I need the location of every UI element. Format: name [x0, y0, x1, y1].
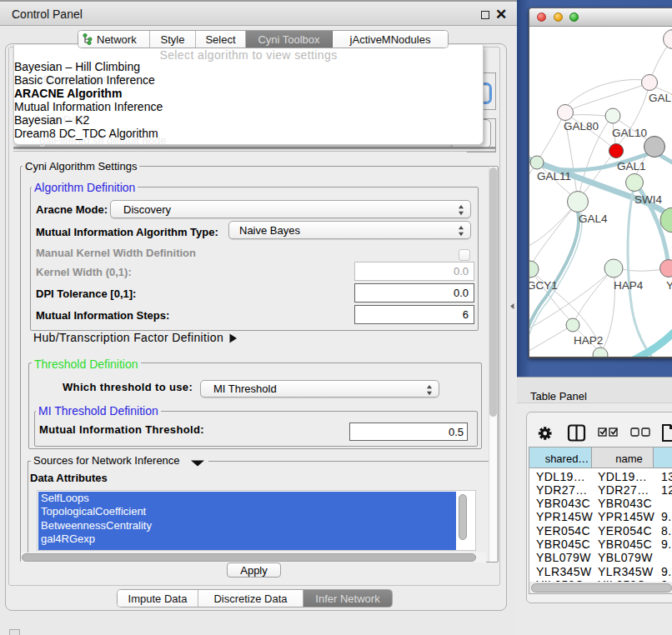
svg-text:HAP4: HAP4: [614, 279, 644, 292]
svg-text:GAL4: GAL4: [579, 212, 608, 225]
svg-text:GCY1: GCY1: [529, 279, 558, 292]
svg-text:GAL10: GAL10: [612, 127, 647, 139]
svg-text:GAL80: GAL80: [564, 120, 599, 132]
svg-text:GAL11: GAL11: [537, 170, 571, 182]
svg-text:Y: Y: [666, 279, 672, 292]
svg-text:GAL1: GAL1: [617, 160, 646, 172]
svg-text:GAL7: GAL7: [649, 92, 672, 104]
svg-text:SWI4: SWI4: [634, 193, 662, 206]
svg-text:HAP2: HAP2: [574, 334, 603, 347]
